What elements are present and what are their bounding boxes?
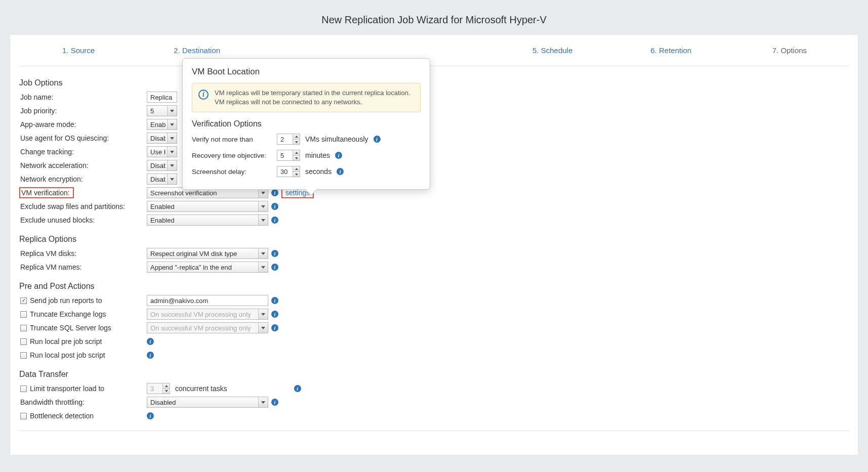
transfer-title: Data Transfer xyxy=(19,370,849,379)
spinner[interactable] xyxy=(293,150,300,160)
info-icon: i xyxy=(198,90,209,100)
info-icon[interactable]: i xyxy=(271,399,278,406)
rto-unit: minutes xyxy=(305,151,330,159)
rto-label: Recovery time objective: xyxy=(192,152,272,159)
verify-label: Verify not more than xyxy=(192,136,272,143)
priority-label: Job priority: xyxy=(19,107,147,115)
tab-source[interactable]: 1. Source xyxy=(19,35,138,66)
swap-label: Exclude swap files and partitions: xyxy=(19,202,147,210)
info-icon[interactable]: i xyxy=(147,412,154,419)
info-icon[interactable]: i xyxy=(294,385,301,392)
page-title: New Replication Job Wizard for Microsoft… xyxy=(0,0,868,35)
popover-title: VM Boot Location xyxy=(192,67,421,77)
bottleneck-label: Bottleneck detection xyxy=(30,412,94,420)
exchange-select xyxy=(147,309,268,320)
sql-label: Truncate SQL Server logs xyxy=(30,324,111,332)
postscript-label: Run local post job script xyxy=(30,351,105,359)
wizard-card: 1. Source 2. Destination 5. Schedule 6. … xyxy=(10,35,858,455)
info-icon[interactable]: i xyxy=(147,352,154,359)
names-select[interactable] xyxy=(147,262,268,273)
netaccel-select[interactable] xyxy=(147,160,177,171)
netaccel-label: Network acceleration: xyxy=(19,161,147,169)
sql-checkbox[interactable] xyxy=(20,325,27,331)
netenc-label: Network encryption: xyxy=(19,175,147,183)
disks-select[interactable] xyxy=(147,248,268,259)
info-icon[interactable]: i xyxy=(271,189,278,196)
agent-select[interactable] xyxy=(147,133,177,144)
reports-checkbox[interactable] xyxy=(20,297,27,304)
tracking-label: Change tracking: xyxy=(19,148,147,156)
settings-popover: VM Boot Location i VM replicas will be t… xyxy=(182,58,430,190)
sql-select xyxy=(147,322,268,333)
postscript-checkbox[interactable] xyxy=(20,352,27,359)
limit-suffix: concurrent tasks xyxy=(175,384,227,393)
vmverify-label: VM verification: xyxy=(19,187,74,198)
priority-select[interactable] xyxy=(147,105,177,116)
delay-label: Screenshot delay: xyxy=(192,168,272,176)
bottleneck-checkbox[interactable] xyxy=(20,413,27,419)
bandwidth-label: Bandwidth throttling: xyxy=(19,398,147,406)
prepost-title: Pre and Post Actions xyxy=(19,282,849,291)
job-name-label: Job name: xyxy=(19,93,147,101)
tab-schedule[interactable]: 5. Schedule xyxy=(493,35,612,66)
info-banner: i VM replicas will be temporary started … xyxy=(192,83,421,112)
info-icon[interactable]: i xyxy=(271,311,278,318)
netenc-select[interactable] xyxy=(147,174,177,185)
spinner[interactable] xyxy=(293,134,300,144)
info-icon[interactable]: i xyxy=(271,250,278,257)
verify-unit: VMs simultaneously xyxy=(305,135,368,143)
prescript-label: Run local pre job script xyxy=(30,337,102,346)
unused-select[interactable] xyxy=(147,214,268,226)
tab-retention[interactable]: 6. Retention xyxy=(612,35,730,66)
appaware-label: App-aware mode: xyxy=(19,120,147,128)
info-icon[interactable]: i xyxy=(335,152,342,159)
job-name-input[interactable] xyxy=(147,92,177,103)
agent-label: Use agent for OS quiescing: xyxy=(19,134,147,142)
disks-label: Replica VM disks: xyxy=(19,249,147,258)
exchange-label: Truncate Exchange logs xyxy=(30,310,106,318)
replica-options-title: Replica Options xyxy=(19,235,849,244)
reports-email-input[interactable] xyxy=(147,295,268,306)
info-message: VM replicas will be temporary started in… xyxy=(215,89,414,107)
names-label: Replica VM names: xyxy=(19,263,147,271)
divider xyxy=(19,431,849,431)
info-icon[interactable]: i xyxy=(337,168,344,175)
exchange-checkbox[interactable] xyxy=(20,311,27,318)
wizard-tabs: 1. Source 2. Destination 5. Schedule 6. … xyxy=(19,35,849,66)
limit-checkbox[interactable] xyxy=(20,385,27,392)
spinner xyxy=(162,383,170,394)
delay-unit: seconds xyxy=(305,167,332,176)
info-icon[interactable]: i xyxy=(374,136,381,143)
reports-label: Send job run reports to xyxy=(30,296,102,305)
job-options-title: Job Options xyxy=(19,78,849,88)
info-icon[interactable]: i xyxy=(147,338,154,345)
swap-select[interactable] xyxy=(147,201,268,212)
tracking-select[interactable] xyxy=(147,146,177,157)
limit-label: Limit transporter load to xyxy=(30,384,104,393)
prescript-checkbox[interactable] xyxy=(20,338,27,345)
unused-label: Exclude unused blocks: xyxy=(19,216,147,224)
info-icon[interactable]: i xyxy=(271,297,278,304)
info-icon[interactable]: i xyxy=(271,264,278,271)
verification-options-title: Verification Options xyxy=(192,119,421,128)
info-icon[interactable]: i xyxy=(271,203,278,210)
appaware-select[interactable] xyxy=(147,119,177,130)
bandwidth-select[interactable] xyxy=(147,397,268,408)
tab-options[interactable]: 7. Options xyxy=(730,35,849,66)
info-icon[interactable]: i xyxy=(271,217,278,224)
info-icon[interactable]: i xyxy=(271,324,278,331)
spinner[interactable] xyxy=(293,166,300,177)
